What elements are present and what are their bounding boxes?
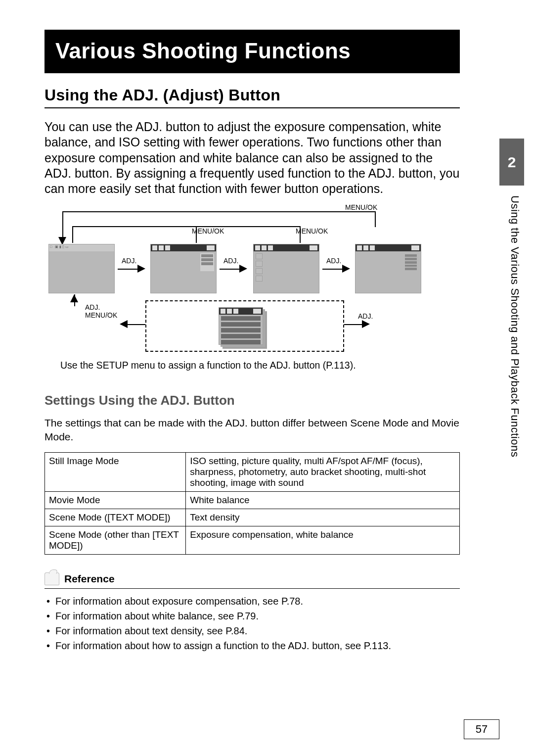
diagram-label-adj: ADJ. — [223, 257, 238, 265]
mode-cell: Scene Mode (other than [TEXT MODE]) — [45, 526, 186, 554]
screen-adj-2 — [253, 244, 319, 293]
mode-cell: Still Image Mode — [45, 452, 186, 491]
diagram-label-menu-ok: MENU/OK — [345, 203, 377, 211]
diagram-label-adj: ADJ. — [326, 257, 341, 265]
reference-heading: Reference — [64, 573, 115, 585]
settings-cell: Exposure compensation, white balance — [186, 526, 460, 554]
mode-cell: Movie Mode — [45, 491, 186, 509]
section-heading: Using the ADJ. (Adjust) Button — [44, 86, 460, 108]
settings-cell: White balance — [186, 491, 460, 509]
chapter-tab: 2 — [499, 139, 524, 186]
settings-cell: Text density — [186, 509, 460, 526]
reference-item: For information about white balance, see… — [46, 609, 460, 623]
diagram-caption: Use the SETUP menu to assign a function … — [60, 360, 460, 371]
table-row: Still Image Mode ISO setting, picture qu… — [45, 452, 460, 491]
reference-item: For information about text density, see … — [46, 623, 460, 638]
diagram-label-adj: ADJ. — [85, 303, 100, 311]
chapter-side-label: Using the Various Shooting and Playback … — [508, 195, 521, 482]
reference-icon — [44, 572, 59, 585]
reference-item: For information about exposure compensat… — [46, 594, 460, 609]
table-row: Scene Mode ([TEXT MODE]) Text density — [45, 509, 460, 526]
adj-flow-diagram: MENU/OK MENU/OK MENU/OK □ ▣ ▮ ▯ ▭ ADJ. — [48, 206, 424, 355]
settings-body: The settings that can be made with the A… — [44, 416, 460, 443]
reference-item: For information about how to assign a fu… — [46, 638, 460, 653]
screen-adj-3 — [355, 244, 421, 293]
diagram-label-menu-ok: MENU/OK — [85, 311, 117, 319]
chapter-title: Various Shooting Functions — [44, 30, 460, 73]
screen-adj-1 — [150, 244, 217, 293]
diagram-label-menu-ok: MENU/OK — [192, 227, 224, 235]
diagram-label-adj: ADJ. — [358, 312, 373, 320]
diagram-label-menu-ok: MENU/OK — [296, 227, 328, 235]
settings-table: Still Image Mode ISO setting, picture qu… — [44, 452, 460, 555]
settings-cell: ISO setting, picture quality, multi AF/s… — [186, 452, 460, 491]
intro-paragraph: You can use the ADJ. button to adjust th… — [44, 119, 460, 196]
chapter-number: 2 — [508, 154, 516, 171]
screen-main: □ ▣ ▮ ▯ ▭ — [48, 244, 115, 293]
mode-cell: Scene Mode ([TEXT MODE]) — [45, 509, 186, 526]
settings-heading: Settings Using the ADJ. Button — [44, 393, 460, 408]
table-row: Movie Mode White balance — [45, 491, 460, 509]
reference-block: Reference For information about exposure… — [44, 572, 460, 653]
page-number: 57 — [464, 719, 499, 739]
diagram-label-adj: ADJ. — [122, 257, 136, 265]
table-row: Scene Mode (other than [TEXT MODE]) Expo… — [45, 526, 460, 554]
